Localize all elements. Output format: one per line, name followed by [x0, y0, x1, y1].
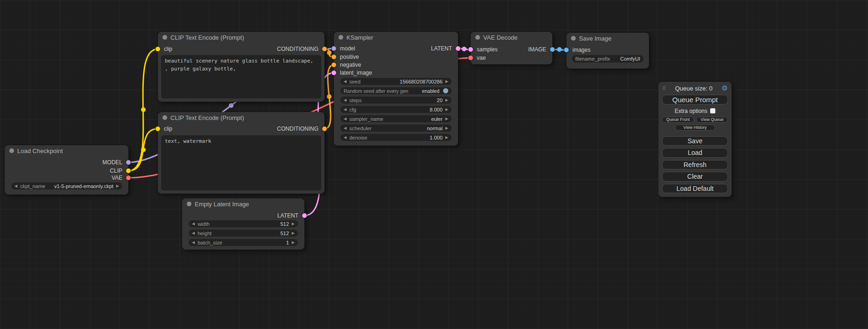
- node-vae-decode[interactable]: VAE Decode samples IMAGE vae: [471, 32, 552, 64]
- model-input-dot[interactable]: [332, 46, 336, 51]
- latent-output-dot[interactable]: [302, 213, 307, 218]
- positive-input-dot[interactable]: [332, 55, 336, 59]
- node-title-bar[interactable]: VAE Decode: [471, 32, 552, 43]
- batch-size-widget[interactable]: ◀ batch_size 1 ▶: [189, 239, 298, 246]
- output-slot-vae[interactable]: VAE: [112, 174, 128, 182]
- input-slot-clip[interactable]: clip: [158, 45, 172, 53]
- vae-input-dot[interactable]: [468, 56, 473, 60]
- increment-arrow-icon[interactable]: ▶: [445, 78, 448, 85]
- node-title-bar[interactable]: KSampler: [334, 32, 458, 43]
- output-slot-conditioning[interactable]: CONDITIONING: [277, 125, 325, 133]
- input-slot-vae[interactable]: vae: [471, 54, 486, 62]
- width-widget[interactable]: ◀ width 512 ▶: [189, 220, 298, 227]
- images-input-dot[interactable]: [564, 48, 569, 52]
- seed-widget[interactable]: ◀ seed 156680208700286 ▶: [340, 78, 452, 85]
- decrement-arrow-icon[interactable]: ◀: [344, 125, 346, 132]
- drag-handle-icon[interactable]: ⠿: [662, 85, 666, 91]
- decrement-arrow-icon[interactable]: ◀: [344, 106, 346, 113]
- increment-arrow-icon[interactable]: ▶: [116, 182, 119, 189]
- output-slot-latent[interactable]: LATENT: [277, 212, 304, 219]
- output-slot-image[interactable]: IMAGE: [528, 46, 552, 53]
- height-widget[interactable]: ◀ height 512 ▶: [189, 230, 298, 237]
- input-slot-clip[interactable]: clip: [158, 125, 172, 133]
- latent-output-dot[interactable]: [456, 46, 460, 51]
- increment-arrow-icon[interactable]: ▶: [445, 125, 448, 132]
- increment-arrow-icon[interactable]: ▶: [445, 134, 448, 141]
- collapse-dot-icon[interactable]: [571, 36, 576, 41]
- node-clip-text-encode-negative[interactable]: CLIP Text Encode (Prompt) clip CONDITION…: [158, 112, 325, 194]
- filename-prefix-widget[interactable]: filename_prefix ComfyUI: [572, 55, 643, 63]
- collapse-dot-icon[interactable]: [9, 148, 14, 153]
- conditioning-output-dot[interactable]: [322, 47, 327, 51]
- settings-gear-icon[interactable]: ⚙: [722, 84, 728, 92]
- save-button[interactable]: Save: [662, 136, 728, 146]
- input-slot-positive[interactable]: positive: [334, 53, 359, 61]
- node-load-checkpoint[interactable]: Load Checkpoint MODEL CLIP VAE ◀ ckpt_na…: [5, 145, 128, 195]
- increment-arrow-icon[interactable]: ▶: [445, 97, 448, 104]
- input-slot-images[interactable]: images: [566, 46, 591, 54]
- latent-image-input-dot[interactable]: [332, 70, 336, 75]
- increment-arrow-icon[interactable]: ▶: [445, 106, 448, 113]
- negative-input-dot[interactable]: [332, 63, 336, 67]
- model-output-dot[interactable]: [126, 160, 131, 165]
- decrement-arrow-icon[interactable]: ◀: [344, 134, 346, 141]
- decrement-arrow-icon[interactable]: ◀: [14, 182, 17, 189]
- increment-arrow-icon[interactable]: ▶: [292, 230, 295, 237]
- node-graph-canvas[interactable]: Load Checkpoint MODEL CLIP VAE ◀ ckpt_na…: [0, 0, 868, 329]
- decrement-arrow-icon[interactable]: ◀: [192, 230, 195, 237]
- collapse-dot-icon[interactable]: [475, 35, 480, 40]
- output-slot-model[interactable]: MODEL: [102, 159, 128, 166]
- node-title-bar[interactable]: Empty Latent Image: [182, 198, 304, 210]
- node-title-bar[interactable]: Load Checkpoint: [5, 145, 128, 156]
- collapse-dot-icon[interactable]: [162, 35, 167, 40]
- clip-input-dot[interactable]: [155, 47, 160, 51]
- ckpt-name-widget[interactable]: ◀ ckpt_name v1-5-pruned-emaonly.ckpt ▶: [11, 182, 122, 189]
- node-clip-text-encode-positive[interactable]: CLIP Text Encode (Prompt) clip CONDITION…: [158, 32, 325, 102]
- extra-options-checkbox[interactable]: [710, 108, 715, 113]
- increment-arrow-icon[interactable]: ▶: [445, 115, 448, 122]
- vae-output-dot[interactable]: [126, 175, 131, 180]
- view-history-button[interactable]: View History: [675, 125, 715, 131]
- collapse-dot-icon[interactable]: [162, 115, 167, 120]
- view-queue-button[interactable]: View Queue: [696, 117, 728, 123]
- output-slot-latent[interactable]: LATENT: [431, 45, 458, 52]
- clip-input-dot[interactable]: [155, 126, 160, 131]
- cfg-widget[interactable]: ◀ cfg 8.000 ▶: [340, 106, 452, 113]
- increment-arrow-icon[interactable]: ▶: [292, 239, 295, 246]
- input-slot-negative[interactable]: negative: [334, 61, 361, 69]
- samples-input-dot[interactable]: [468, 47, 473, 52]
- input-slot-model[interactable]: model: [334, 45, 355, 52]
- collapse-dot-icon[interactable]: [339, 35, 343, 40]
- decrement-arrow-icon[interactable]: ◀: [192, 220, 195, 227]
- prompt-textarea[interactable]: beautiful scenery nature glass bottle la…: [161, 55, 321, 98]
- decrement-arrow-icon[interactable]: ◀: [344, 115, 346, 122]
- toggle-knob-icon[interactable]: [443, 88, 448, 93]
- input-slot-samples[interactable]: samples: [471, 46, 498, 53]
- node-title-bar[interactable]: CLIP Text Encode (Prompt): [158, 32, 325, 43]
- load-default-button[interactable]: Load Default: [662, 184, 728, 194]
- steps-widget[interactable]: ◀ steps 20 ▶: [340, 97, 452, 104]
- decrement-arrow-icon[interactable]: ◀: [192, 239, 195, 246]
- output-slot-conditioning[interactable]: CONDITIONING: [277, 45, 325, 53]
- sampler-name-widget[interactable]: ◀ sampler_name euler ▶: [340, 115, 452, 122]
- prompt-textarea[interactable]: text, watermark: [161, 135, 321, 190]
- clip-output-dot[interactable]: [126, 168, 131, 173]
- decrement-arrow-icon[interactable]: ◀: [344, 78, 346, 85]
- queue-front-button[interactable]: Queue Front: [662, 117, 694, 123]
- refresh-button[interactable]: Refresh: [662, 160, 728, 170]
- random-seed-toggle[interactable]: Random seed after every gen enabled: [340, 87, 452, 94]
- node-title-bar[interactable]: CLIP Text Encode (Prompt): [158, 112, 325, 123]
- node-save-image[interactable]: Save Image images filename_prefix ComfyU…: [566, 33, 649, 69]
- queue-prompt-button[interactable]: Queue Prompt: [662, 95, 728, 105]
- clear-button[interactable]: Clear: [662, 172, 728, 182]
- node-empty-latent-image[interactable]: Empty Latent Image LATENT ◀ width 512 ▶ …: [182, 198, 304, 250]
- conditioning-output-dot[interactable]: [322, 126, 327, 131]
- scheduler-widget[interactable]: ◀ scheduler normal ▶: [340, 125, 452, 132]
- collapse-dot-icon[interactable]: [187, 202, 191, 206]
- image-output-dot[interactable]: [550, 47, 555, 52]
- denoise-widget[interactable]: ◀ denoise 1.000 ▶: [340, 134, 452, 141]
- input-slot-latent-image[interactable]: latent_image: [334, 69, 372, 77]
- node-title-bar[interactable]: Save Image: [566, 33, 649, 44]
- decrement-arrow-icon[interactable]: ◀: [344, 97, 346, 104]
- load-button[interactable]: Load: [662, 148, 728, 158]
